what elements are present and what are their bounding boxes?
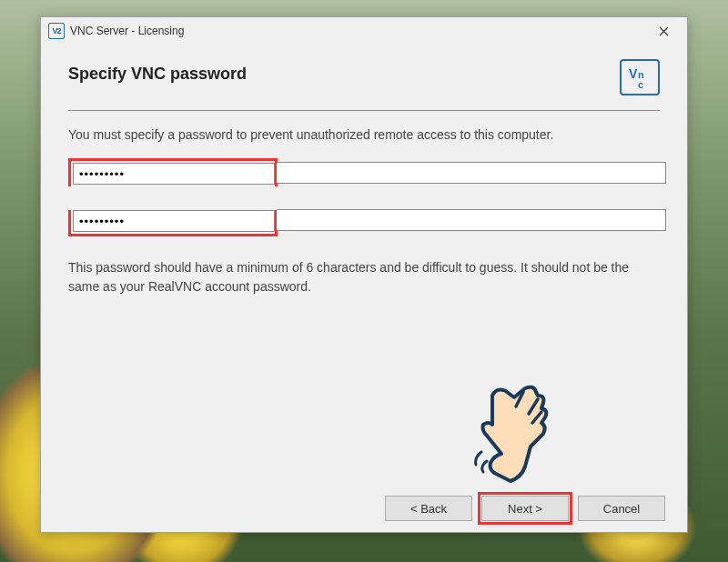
licensing-dialog: V2 VNC Server - Licensing Specify VNC pa…: [40, 16, 688, 533]
password-field[interactable]: [73, 163, 275, 185]
password-highlight: [68, 158, 278, 236]
svg-text:c: c: [638, 79, 643, 89]
password-field-extension[interactable]: [277, 162, 666, 184]
next-button[interactable]: Next >: [481, 496, 569, 521]
instruction-text: You must specify a password to prevent u…: [68, 127, 660, 142]
confirm-password-field-extension[interactable]: [277, 209, 666, 231]
window-title: VNC Server - Licensing: [70, 25, 643, 37]
svg-text:V: V: [629, 66, 638, 81]
titlebar[interactable]: V2 VNC Server - Licensing: [41, 17, 687, 45]
close-icon[interactable]: [643, 18, 683, 44]
password-hint: This password should have a minimum of 6…: [68, 258, 660, 296]
vnc-logo-icon: V n c: [620, 59, 660, 95]
dialog-content: Specify VNC password V n c You must spec…: [41, 45, 687, 485]
app-icon: V2: [48, 23, 65, 39]
back-button[interactable]: < Back: [385, 496, 472, 521]
cancel-button[interactable]: Cancel: [578, 496, 665, 521]
button-row: < Back Next > Cancel: [385, 496, 665, 521]
confirm-password-field[interactable]: [73, 210, 275, 232]
page-title: Specify VNC password: [68, 65, 247, 84]
